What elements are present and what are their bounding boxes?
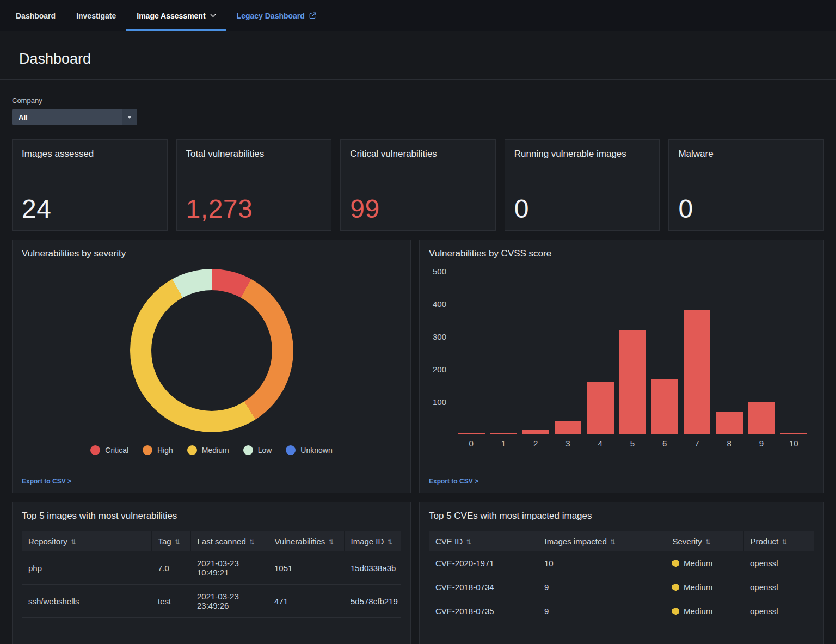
cvss-x-tick-label: 7 (681, 439, 713, 448)
cvss-y-tick-label: 200 (433, 365, 446, 374)
cvss-x-tick-label: 0 (455, 439, 487, 448)
company-select[interactable]: All (12, 109, 137, 125)
external-link-icon (309, 12, 316, 19)
cvss-x-tick-label: 4 (584, 439, 616, 448)
sort-icon: ⇅ (71, 538, 76, 546)
company-filter-label: Company (12, 96, 824, 105)
cvss-export-csv-link[interactable]: Export to CSV > (429, 477, 478, 485)
stat-card-label: Critical vulnerabilities (350, 148, 486, 160)
col-header-label: Tag (158, 537, 171, 546)
sort-icon: ⇅ (705, 538, 711, 546)
cvss-bar (780, 433, 807, 434)
cell-tag: 7.0 (151, 551, 190, 585)
top-cves-panel: Top 5 CVEs with most impacted images CVE… (419, 502, 824, 644)
cvss-y-tick-label: 500 (433, 267, 446, 276)
severity-export-csv-link[interactable]: Export to CSV > (22, 477, 71, 485)
legend-swatch-high (143, 445, 152, 455)
cvss-bar (748, 402, 775, 434)
cell-tag: test (151, 585, 190, 618)
severity-label: Medium (684, 582, 712, 592)
col-header-label: Images impacted (545, 537, 607, 546)
top-cves-table: CVE ID⇅ Images impacted⇅ Severity⇅ Produ… (429, 531, 814, 623)
cell-last-scanned: 2021-03-23 23:49:26 (190, 585, 268, 618)
stat-card-critical-vulnerabilities: Critical vulnerabilities 99 (340, 139, 496, 231)
legend-item-critical[interactable]: Critical (90, 445, 128, 455)
col-header-cve-id[interactable]: CVE ID⇅ (429, 531, 538, 551)
cvss-bar-column (649, 271, 681, 434)
sort-icon: ⇅ (466, 538, 471, 546)
image-id-link[interactable]: 15d0338a3b (351, 563, 396, 573)
stat-card-label: Running vulnerable images (514, 148, 650, 160)
col-header-last-scanned[interactable]: Last scanned⇅ (190, 531, 268, 551)
vulnerabilities-count-link[interactable]: 471 (274, 597, 288, 606)
images-impacted-link[interactable]: 10 (544, 559, 554, 568)
stat-card-label: Total vulnerabilities (186, 148, 322, 160)
cell-product: openssl (743, 599, 814, 623)
legend-label: High (157, 446, 173, 455)
cvss-bar (651, 379, 678, 434)
severity-legend: Critical High Medium Low Unknown (22, 445, 401, 455)
severity-label: Medium (684, 559, 712, 568)
col-header-image-id[interactable]: Image ID⇅ (344, 531, 401, 551)
image-id-link[interactable]: 5d578cfb219 (351, 597, 398, 606)
images-impacted-link[interactable]: 9 (544, 606, 549, 616)
stat-card-total-vulnerabilities: Total vulnerabilities 1,273 (176, 139, 332, 231)
stat-card-value: 0 (514, 196, 650, 222)
col-header-tag[interactable]: Tag⇅ (151, 531, 190, 551)
severity-medium-icon (672, 608, 679, 615)
legend-item-high[interactable]: High (143, 445, 173, 455)
table-row: php 7.0 2021-03-23 10:49:21 1051 15d0338… (22, 551, 401, 585)
sort-icon: ⇅ (328, 538, 334, 546)
vulnerabilities-count-link[interactable]: 1051 (274, 563, 292, 573)
stat-card-value: 24 (22, 196, 158, 222)
sort-icon: ⇅ (249, 538, 255, 546)
stat-card-label: Images assessed (22, 148, 158, 160)
cvss-plot (455, 271, 810, 434)
nav-dashboard[interactable]: Dashboard (5, 0, 66, 31)
cvss-bar (684, 310, 711, 434)
col-header-vulnerabilities[interactable]: Vulnerabilities⇅ (268, 531, 344, 551)
cvss-panel: Vulnerabilities by CVSS score 1002003004… (419, 240, 824, 493)
table-row: ssh/webshells test 2021-03-23 23:49:26 4… (22, 585, 401, 618)
cvss-x-tick-label: 5 (616, 439, 648, 448)
table-row: CVE-2018-0734 9 Medium openssl (429, 575, 814, 599)
severity-donut-chart (130, 269, 293, 432)
cve-id-link[interactable]: CVE-2020-1971 (435, 559, 494, 568)
legend-item-medium[interactable]: Medium (187, 445, 229, 455)
cvss-x-tick-label: 8 (713, 439, 745, 448)
cvss-x-tick-label: 6 (649, 439, 681, 448)
cve-id-link[interactable]: CVE-2018-0735 (435, 606, 494, 616)
col-header-label: CVE ID (435, 537, 463, 546)
legend-label: Unknown (300, 446, 332, 455)
col-header-repository[interactable]: Repository⇅ (22, 531, 151, 551)
cell-last-scanned: 2021-03-23 10:49:21 (190, 551, 268, 585)
cvss-bar-column (745, 271, 777, 434)
stat-card-images-assessed: Images assessed 24 (12, 139, 168, 231)
images-impacted-link[interactable]: 9 (544, 582, 549, 592)
cvss-x-tick-label: 1 (487, 439, 519, 448)
severity-panel: Vulnerabilities by severity Critical Hig… (12, 240, 411, 493)
table-row: CVE-2018-0735 9 Medium openssl (429, 599, 814, 623)
col-header-label: Severity (673, 537, 702, 546)
severity-medium-icon (672, 560, 679, 567)
cvss-bar-column (681, 271, 713, 434)
legend-swatch-critical (90, 445, 100, 455)
col-header-severity[interactable]: Severity⇅ (666, 531, 743, 551)
legend-item-low[interactable]: Low (243, 445, 272, 455)
legend-swatch-medium (187, 445, 197, 455)
cve-id-link[interactable]: CVE-2018-0734 (435, 582, 494, 592)
col-header-images-impacted[interactable]: Images impacted⇅ (538, 531, 666, 551)
col-header-product[interactable]: Product⇅ (743, 531, 814, 551)
sort-icon: ⇅ (387, 538, 392, 546)
severity-label: Medium (684, 606, 712, 616)
nav-legacy-dashboard[interactable]: Legacy Dashboard (226, 0, 327, 31)
cvss-bar (716, 412, 743, 434)
sort-icon: ⇅ (175, 538, 180, 546)
nav-legacy-dashboard-label: Legacy Dashboard (237, 11, 305, 20)
cell-product: openssl (743, 551, 814, 575)
cvss-bar-column (713, 271, 745, 434)
legend-item-unknown[interactable]: Unknown (286, 445, 332, 455)
nav-investigate[interactable]: Investigate (66, 0, 126, 31)
cell-repository: ssh/webshells (22, 585, 151, 618)
nav-image-assessment[interactable]: Image Assessment (126, 0, 226, 31)
